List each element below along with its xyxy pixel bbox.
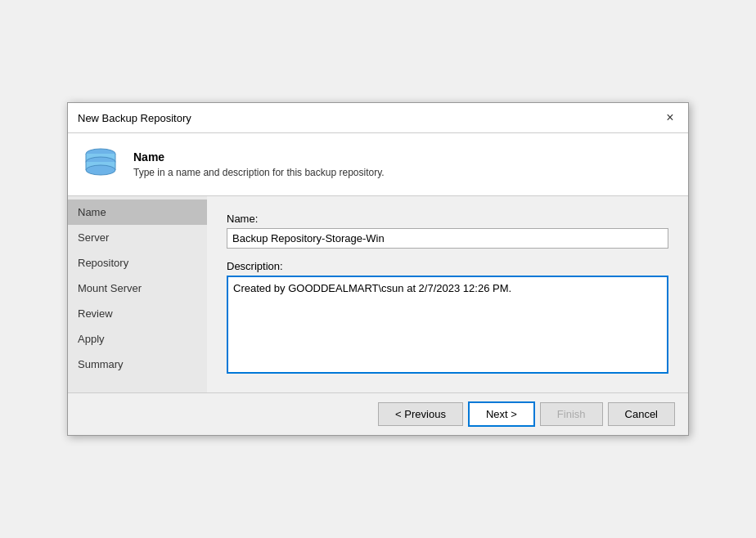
content-area: Name Server Repository Mount Server Revi… [68,196,688,392]
dialog-title: New Backup Repository [78,112,191,124]
sidebar-item-summary[interactable]: Summary [68,352,207,377]
next-button[interactable]: Next > [468,401,535,427]
title-bar: New Backup Repository × [68,103,688,133]
sidebar-item-repository[interactable]: Repository [68,250,207,276]
previous-button[interactable]: < Previous [378,402,463,426]
new-backup-repository-dialog: New Backup Repository × Name Type in a n… [67,102,689,436]
description-label: Description: [227,260,668,272]
footer: < Previous Next > Finish Cancel [68,392,688,435]
sidebar: Name Server Repository Mount Server Revi… [68,196,207,392]
description-input[interactable] [227,276,668,374]
header-text: Name Type in a name and description for … [133,150,385,178]
svg-point-4 [86,165,115,175]
header-description: Type in a name and description for this … [133,167,385,178]
database-icon [81,145,120,184]
main-form: Name: Description: [207,196,688,392]
sidebar-item-apply[interactable]: Apply [68,326,207,352]
name-input[interactable] [227,228,668,249]
sidebar-item-mount-server[interactable]: Mount Server [68,276,207,301]
sidebar-item-server[interactable]: Server [68,225,207,250]
cancel-button[interactable]: Cancel [608,402,675,426]
header-title: Name [133,150,385,164]
finish-button[interactable]: Finish [540,402,603,426]
name-label: Name: [227,213,668,225]
header-area: Name Type in a name and description for … [68,133,688,196]
sidebar-item-review[interactable]: Review [68,301,207,326]
close-button[interactable]: × [662,110,678,126]
sidebar-item-name[interactable]: Name [68,200,207,225]
